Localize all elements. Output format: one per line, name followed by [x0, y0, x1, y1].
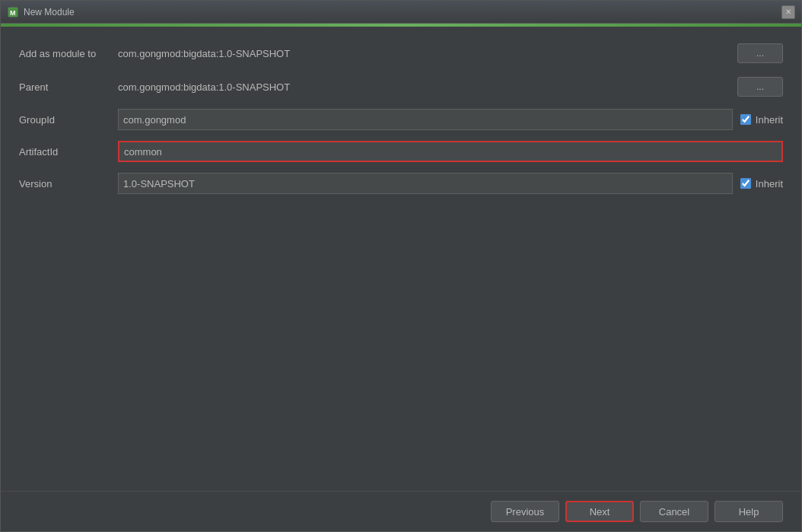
parent-label: Parent [19, 81, 118, 93]
version-inherit-section: Inherit [740, 178, 783, 190]
close-button[interactable]: ✕ [781, 5, 795, 19]
artifact-id-label: ArtifactId [19, 146, 118, 158]
button-bar: Previous Next Cancel Help [1, 491, 801, 531]
svg-text:M: M [10, 9, 16, 17]
artifact-id-row: ArtifactId [19, 141, 783, 162]
window-title: New Module [24, 7, 781, 18]
cancel-button[interactable]: Cancel [640, 501, 708, 522]
group-id-inherit-section: Inherit [740, 114, 783, 126]
group-id-label: GroupId [19, 114, 118, 126]
new-module-dialog: M New Module ✕ Add as module to com.gong… [0, 0, 802, 532]
group-id-row: GroupId Inherit [19, 109, 783, 130]
next-button[interactable]: Next [565, 501, 634, 522]
add-as-module-row: Add as module to com.gongmod:bigdata:1.0… [19, 42, 783, 65]
previous-button[interactable]: Previous [491, 501, 559, 522]
version-input[interactable] [118, 173, 733, 194]
group-id-inherit-checkbox[interactable] [740, 114, 751, 125]
title-bar: M New Module ✕ [1, 1, 801, 24]
version-inherit-label: Inherit [756, 178, 783, 190]
parent-browse-button[interactable]: ... [737, 77, 783, 97]
artifact-id-input[interactable] [118, 141, 783, 162]
form-content: Add as module to com.gongmod:bigdata:1.0… [1, 27, 801, 491]
window-controls: ✕ [781, 5, 795, 19]
add-as-module-label: Add as module to [19, 48, 118, 59]
add-as-module-browse-button[interactable]: ... [737, 43, 783, 63]
version-row: Version Inherit [19, 173, 783, 194]
add-as-module-value: com.gongmod:bigdata:1.0-SNAPSHOT [118, 48, 737, 59]
content-spacer [19, 205, 783, 476]
parent-row: Parent com.gongmod:bigdata:1.0-SNAPSHOT … [19, 75, 783, 98]
group-id-input[interactable] [118, 109, 733, 130]
group-id-inherit-label: Inherit [756, 114, 783, 126]
window-icon: M [7, 6, 19, 18]
version-inherit-checkbox[interactable] [740, 178, 751, 189]
parent-value: com.gongmod:bigdata:1.0-SNAPSHOT [118, 81, 737, 93]
version-label: Version [19, 178, 118, 190]
help-button[interactable]: Help [714, 501, 783, 522]
